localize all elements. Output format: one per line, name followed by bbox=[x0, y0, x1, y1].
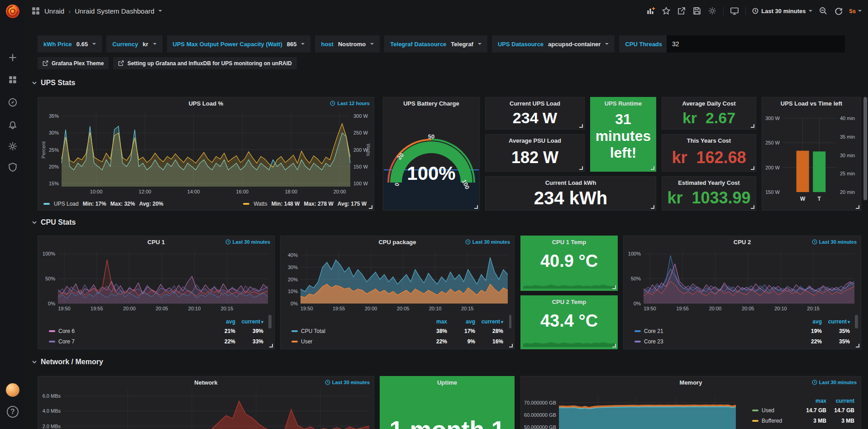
apps-grid-icon[interactable] bbox=[31, 6, 40, 15]
variable-input[interactable]: 32 bbox=[667, 35, 845, 53]
legend-sort-max[interactable]: max bbox=[419, 318, 447, 325]
cpu-package-chart[interactable]: 0%10%20%30%40%19:5019:5520:0020:0520:102… bbox=[281, 248, 514, 313]
legend-series-name[interactable]: Core 6 bbox=[43, 328, 207, 334]
panel-title[interactable]: Network bbox=[38, 376, 374, 388]
panel-time-badge[interactable]: Last 30 minutes bbox=[812, 239, 857, 245]
network-chart[interactable]: 2.0 MBs4.0 MBs6.0 MBs bbox=[38, 388, 374, 429]
panel-title[interactable]: UPS Load vs Time left bbox=[762, 97, 861, 109]
save-icon[interactable] bbox=[692, 6, 701, 15]
configuration-gear-icon[interactable] bbox=[8, 141, 18, 151]
panel-time-badge[interactable]: Last 30 minutes bbox=[225, 239, 270, 245]
variable-cpu-threads[interactable]: CPU Threads32 bbox=[619, 35, 845, 53]
variable-value[interactable]: Telegraf bbox=[451, 41, 473, 48]
legend-scrollbar[interactable] bbox=[509, 315, 511, 328]
help-icon[interactable]: ? bbox=[7, 406, 19, 418]
panel-time-badge[interactable]: Last 30 minutes bbox=[812, 380, 857, 385]
axis-label: 250 W bbox=[765, 140, 780, 145]
panel-title[interactable]: CPU 1 Temp bbox=[521, 236, 617, 248]
breadcrumb-dashboard[interactable]: Unraid System Dashboard bbox=[75, 7, 154, 15]
panel-time-badge[interactable]: Last 30 minutes bbox=[325, 380, 370, 385]
grafana-logo[interactable] bbox=[4, 3, 21, 20]
ups-load-vs-time-chart[interactable]: 150 W200 W250 W300 W20 min25 min30 min35… bbox=[762, 109, 861, 210]
dashboard-link-plex-theme[interactable]: Grafana Plex Theme bbox=[38, 57, 109, 69]
legend-sort-avg[interactable]: avg bbox=[447, 318, 475, 325]
section-cpu-stats[interactable]: CPU Stats bbox=[32, 218, 76, 227]
legend-series-name[interactable]: Buffered bbox=[746, 418, 798, 424]
time-range-picker[interactable]: Last 30 minutes bbox=[752, 8, 812, 14]
variable-currency[interactable]: Currencykr bbox=[106, 35, 162, 53]
chevron-down-icon bbox=[370, 43, 374, 45]
variable-value[interactable]: 0.65 bbox=[76, 41, 88, 48]
legend-sort-current[interactable]: current▾ bbox=[235, 318, 263, 325]
legend-series-name[interactable]: UPS Load bbox=[54, 201, 79, 207]
legend-series-name[interactable]: Used bbox=[746, 407, 798, 414]
section-ups-stats[interactable]: UPS Stats bbox=[32, 79, 75, 87]
legend-scrollbar[interactable] bbox=[268, 315, 272, 328]
panel-title[interactable]: UPS Load % bbox=[38, 97, 374, 109]
panel-title[interactable]: Current UPS Load bbox=[486, 97, 584, 109]
dashboard-link-ups-monitoring[interactable]: Setting up Grafana and InfluxDB for UPS … bbox=[113, 57, 296, 69]
legend-sort-avg[interactable]: avg bbox=[207, 318, 235, 325]
user-avatar[interactable] bbox=[6, 383, 19, 397]
panel-title[interactable]: CPU 2 Temp bbox=[521, 296, 617, 308]
add-icon[interactable] bbox=[8, 53, 18, 63]
panel-title[interactable]: UPS Runtime bbox=[591, 97, 656, 109]
share-icon[interactable] bbox=[677, 6, 686, 15]
cpu2-chart[interactable]: 0%50%100%19:5019:5520:0020:0520:1020:15 bbox=[624, 248, 861, 313]
legend-sort-current[interactable]: current▾ bbox=[822, 318, 850, 325]
star-icon[interactable] bbox=[662, 6, 671, 15]
legend-scrollbar[interactable] bbox=[855, 315, 858, 328]
legend-sort-avg[interactable]: avg bbox=[794, 318, 822, 325]
memory-chart[interactable]: 50.000000 GB60.000000 GB70.000000 GB bbox=[521, 388, 738, 429]
variable-value[interactable]: apcupsd-container bbox=[548, 41, 601, 48]
variable-value[interactable]: 865 bbox=[287, 41, 297, 48]
variable-kwh-price[interactable]: kWh Price0.65 bbox=[38, 35, 102, 53]
variable-ups-datasource[interactable]: UPS Datasourceapcupsd-container bbox=[492, 35, 615, 53]
panel-title[interactable]: Estimated Yearly Cost bbox=[662, 177, 756, 188]
axis-label: 30% bbox=[288, 265, 298, 270]
ups-load-chart[interactable]: 15%20%25%30%35%100 W150 W200 W250 W300 W… bbox=[38, 109, 374, 197]
refresh-interval-dropdown[interactable]: 5s bbox=[849, 8, 862, 14]
variable-host[interactable]: hostNostromo bbox=[315, 35, 380, 53]
legend-series-name[interactable]: Core 21 bbox=[628, 328, 794, 334]
breadcrumb-section[interactable]: Unraid bbox=[44, 7, 64, 15]
dashboards-icon[interactable] bbox=[8, 75, 18, 85]
panel-title[interactable]: Average Daily Cost bbox=[662, 97, 756, 109]
variable-telegraf-datasource[interactable]: Telegraf DatasourceTelegraf bbox=[384, 35, 487, 53]
axis-label: Watts bbox=[366, 144, 371, 156]
panel-title[interactable]: Current Load kWh bbox=[486, 177, 656, 188]
panel-title[interactable]: Uptime bbox=[380, 376, 514, 388]
panel-time-badge[interactable]: Last 12 hours bbox=[330, 101, 370, 106]
legend-series-name[interactable]: Core 23 bbox=[628, 338, 794, 345]
page-scrollbar-thumb[interactable] bbox=[863, 97, 867, 200]
add-panel-icon[interactable] bbox=[646, 6, 655, 15]
refresh-icon[interactable] bbox=[834, 6, 843, 15]
panel-title[interactable]: This Years Cost bbox=[662, 135, 756, 146]
panel-title[interactable]: UPS Battery Charge bbox=[383, 97, 479, 109]
alerting-bell-icon[interactable] bbox=[8, 120, 18, 130]
legend-value: 38% bbox=[419, 328, 447, 334]
legend-series-name[interactable]: CPU Total bbox=[285, 328, 419, 334]
variable-value[interactable]: kr bbox=[143, 41, 148, 48]
explore-icon[interactable] bbox=[8, 97, 18, 107]
panel-title[interactable]: Average PSU Load bbox=[486, 135, 584, 146]
axis-label: 12:00 bbox=[139, 189, 152, 194]
admin-shield-icon[interactable] bbox=[8, 162, 18, 172]
panel-time-badge[interactable]: Last 30 minutes bbox=[465, 239, 510, 245]
legend-sort-current[interactable]: current▾ bbox=[475, 318, 503, 325]
cpu1-chart[interactable]: 0%50%100%19:5019:5520:0020:0520:1020:15 bbox=[38, 248, 274, 313]
legend-series-name[interactable]: Core 7 bbox=[43, 338, 207, 345]
section-network-memory[interactable]: Network / Memory bbox=[32, 358, 103, 366]
dashboard-settings-gear-icon[interactable] bbox=[708, 6, 717, 15]
panel-title[interactable]: Memory bbox=[521, 376, 861, 388]
legend-series-name[interactable]: User bbox=[285, 338, 419, 345]
chevron-down-icon[interactable] bbox=[158, 10, 162, 12]
axis-label: 19:55 bbox=[91, 306, 103, 311]
variable-value[interactable]: Nostromo bbox=[338, 41, 366, 48]
variable-ups-max-output-power-capacity-watt-[interactable]: UPS Max Output Power Capacity (Watt)865 bbox=[167, 35, 311, 53]
legend-sort-current[interactable]: current bbox=[826, 398, 854, 404]
zoom-out-icon[interactable] bbox=[819, 6, 828, 15]
legend-series-name[interactable]: Watts bbox=[253, 201, 267, 207]
tv-view-icon[interactable] bbox=[730, 6, 739, 15]
legend-sort-max[interactable]: max bbox=[798, 398, 826, 404]
